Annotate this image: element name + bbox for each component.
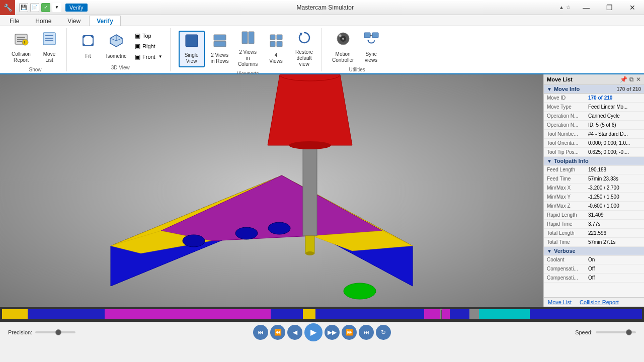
progress-seg-4 <box>271 309 303 319</box>
front-dropdown-icon[interactable]: ▼ <box>158 54 163 59</box>
panel-scroll-area[interactable]: ▼ Move Info 170 of 210 Move ID 170 of 21… <box>544 85 644 297</box>
toolpath-section-header[interactable]: ▼ Toolpath Info <box>544 157 644 165</box>
front-view-button[interactable]: ▣ Front ▼ <box>131 52 166 62</box>
step-forward-button[interactable]: ⏩ <box>342 325 357 340</box>
loop-button[interactable]: ↻ <box>376 325 391 340</box>
feed-time-value: 57min 23.33s <box>588 176 618 182</box>
3d-viewport[interactable] <box>0 74 543 307</box>
collision-report-button[interactable]: ! CollisionReport <box>8 29 34 66</box>
move-list-icon <box>41 31 57 50</box>
right-view-button[interactable]: ▣ Right <box>131 41 166 51</box>
front-view-icon: ▣ <box>135 53 140 60</box>
check-quick-btn[interactable]: ✓ <box>41 3 50 12</box>
svg-rect-15 <box>186 35 198 47</box>
skip-start-button[interactable]: ⏮ <box>253 325 268 340</box>
step-back-button[interactable]: ⏪ <box>270 325 285 340</box>
minmax-x-value: -3.200 / 2.700 <box>588 185 619 191</box>
fit-button[interactable]: Fit <box>75 29 101 63</box>
operation-name-label: Operation N... <box>547 113 588 119</box>
minmax-y-label: Min/Max Y <box>547 194 588 200</box>
ribbon-toolbar: ! CollisionReport MoveList Show <box>0 26 644 74</box>
next-button[interactable]: ▶▶ <box>325 325 340 340</box>
2views-cols-button[interactable]: 2 Views inColumns <box>235 28 261 70</box>
new-quick-btn[interactable]: 📄 <box>30 3 39 12</box>
play-button[interactable]: ▶ <box>304 323 323 341</box>
progress-seg-1 <box>2 309 28 319</box>
tool-number-value: #4 - Standard D... <box>588 131 628 137</box>
app-icon: 🔧 <box>0 0 15 15</box>
maximize-button[interactable]: ❐ <box>598 0 621 15</box>
compensation2-label: Compensati... <box>547 275 588 281</box>
precision-thumb[interactable] <box>55 329 61 335</box>
isometric-button[interactable]: Isometric <box>103 29 129 63</box>
progress-bar-container[interactable] <box>0 307 644 322</box>
views-group: ▣ Top ▣ Right ▣ Front ▼ <box>131 31 166 62</box>
ribbon-group-show: ! CollisionReport MoveList Show <box>4 28 67 71</box>
progress-track[interactable] <box>2 309 642 319</box>
viewport-svg <box>0 74 543 307</box>
single-view-icon <box>185 34 199 51</box>
ribbon-group-3dview: Fit Isometric ▣ Top <box>71 28 171 71</box>
move-info-section-header[interactable]: ▼ Move Info 170 of 210 <box>544 85 644 94</box>
2views-rows-button[interactable]: 2 Viewsin Rows <box>207 31 233 67</box>
feed-length-label: Feed Length <box>547 167 588 172</box>
progress-seg-11 <box>530 309 642 319</box>
compensation1-value: Off <box>588 266 595 272</box>
total-length-label: Total Length <box>547 230 588 236</box>
rapid-length-label: Rapid Length <box>547 212 588 218</box>
utilities-group-label: Utilities <box>349 66 365 73</box>
verbose-section-header[interactable]: ▼ Verbose <box>544 247 644 255</box>
quick-access-toolbar: 💾 📄 ✓ ▼ <box>15 3 65 12</box>
panel-undock-button[interactable]: ⧉ <box>629 76 634 83</box>
svg-rect-30 <box>372 33 378 38</box>
ribbon-group-viewports: SingleView 2 Viewsin Rows <box>175 28 322 71</box>
panel-header: Move List 📌 ⧉ ✕ <box>544 74 644 85</box>
operation-num-value: ID: 5 (5 of 6) <box>588 122 616 128</box>
move-list-tab[interactable]: Move List <box>544 298 576 307</box>
save-quick-btn[interactable]: 💾 <box>19 3 28 12</box>
panel-pin-button[interactable]: 📌 <box>620 76 627 83</box>
panel-close-button[interactable]: ✕ <box>636 76 641 83</box>
tab-verify[interactable]: Verify <box>89 16 121 26</box>
3dview-group-content: Fit Isometric ▣ Top <box>75 28 166 64</box>
single-view-button[interactable]: SingleView <box>179 31 205 67</box>
main-content: Move List 📌 ⧉ ✕ ▼ Move Info 170 of 210 M… <box>0 74 644 307</box>
total-length-value: 221.596 <box>588 230 606 236</box>
progress-seg-9 <box>469 309 479 319</box>
motion-controller-button[interactable]: MotionController <box>330 28 356 66</box>
2views-cols-icon <box>241 31 255 48</box>
speed-slider[interactable] <box>596 331 636 333</box>
svg-rect-6 <box>43 33 55 45</box>
collision-report-tab[interactable]: Collision Report <box>576 298 623 307</box>
rapid-time-row: Rapid Time 3.77s <box>544 220 644 229</box>
restore-default-button[interactable]: Restoredefault view <box>291 28 317 70</box>
collision-report-icon: ! <box>13 31 29 50</box>
transport-buttons: ⏮ ⏪ ◀ ▶ ▶▶ ⏩ ⏭ ↻ <box>165 323 479 341</box>
sync-views-button[interactable]: Syncviews <box>358 28 384 66</box>
4views-button[interactable]: 4Views <box>263 31 289 67</box>
speed-label: Speed: <box>575 329 593 335</box>
operation-name-row: Operation N... Canned Cycle <box>544 112 644 121</box>
tab-file[interactable]: File <box>2 16 27 26</box>
top-view-button[interactable]: ▣ Top <box>131 31 166 41</box>
prev-button[interactable]: ◀ <box>287 325 302 340</box>
close-button[interactable]: ✕ <box>621 0 644 15</box>
minimize-button[interactable]: — <box>575 0 598 15</box>
precision-label: Precision: <box>8 329 32 335</box>
minmax-z-label: Min/Max Z <box>547 203 588 209</box>
playhead[interactable] <box>440 309 442 319</box>
precision-slider[interactable] <box>35 331 75 333</box>
feed-time-row: Feed Time 57min 23.33s <box>544 174 644 184</box>
tab-view[interactable]: View <box>60 16 88 26</box>
4views-label: 4Views <box>269 52 283 64</box>
coolant-row: Coolant On <box>544 255 644 264</box>
dropdown-quick-btn[interactable]: ▼ <box>52 3 61 12</box>
3dview-group-label: 3D View <box>111 64 130 71</box>
viewports-group-content: SingleView 2 Viewsin Rows <box>179 28 317 70</box>
total-time-row: Total Time 57min 27.1s <box>544 238 644 247</box>
move-list-button[interactable]: MoveList <box>36 28 62 66</box>
skip-end-button[interactable]: ⏭ <box>359 325 374 340</box>
tab-home[interactable]: Home <box>28 16 59 26</box>
rapid-time-label: Rapid Time <box>547 221 588 227</box>
speed-thumb[interactable] <box>626 329 632 335</box>
